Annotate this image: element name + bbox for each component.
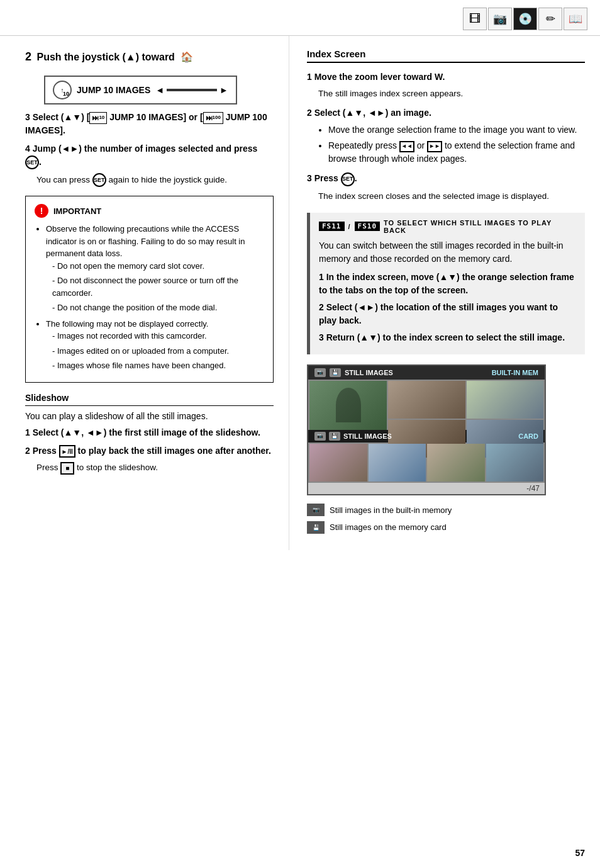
index-step2-body: Move the orange selection frame to the i… — [318, 123, 585, 166]
fs-title-text: TO SELECT WHICH STILL IMAGES TO PLAY BAC… — [384, 219, 576, 234]
disc-nav-icon[interactable]: 💿 — [513, 8, 537, 30]
fs-box-title: FS11 / FS10 TO SELECT WHICH STILL IMAGES… — [319, 219, 576, 234]
jump-progress-bar: ◄ ► — [155, 85, 228, 95]
ff-icon: ►► — [427, 141, 442, 152]
fs-step1: 1 In the index screen, move (▲▼) the ora… — [319, 271, 576, 297]
slideshow-step2: 2 Press ►/II to play back the still imag… — [25, 444, 274, 458]
index-step1: 1 Move the zoom lever toward W. — [307, 70, 585, 84]
legend-item-memory: 📷 Still images in the built-in memory — [307, 503, 585, 517]
pencil-nav-icon[interactable]: ✏ — [538, 8, 562, 30]
step4-block: 4 Jump (◄►) the number of images selecte… — [25, 142, 274, 169]
jump-circle-icon: ↑ 10 — [53, 81, 72, 99]
fs-selection-box: FS11 / FS10 TO SELECT WHICH STILL IMAGES… — [307, 213, 585, 354]
slideshow-intro: You can play a slideshow of all the stil… — [25, 411, 274, 421]
index-step2: 2 Select (▲▼, ◄►) an image. — [307, 106, 585, 120]
step2-heading: Push the joystick (▲) toward — [36, 52, 174, 62]
legend-card-icon: 💾 — [307, 521, 325, 534]
camera-nav-icon[interactable]: 📷 — [488, 8, 512, 30]
slideshow-step1-text: Select (▲▼, ◄►) the first still image of… — [33, 427, 260, 437]
thumb-8 — [486, 444, 544, 482]
still-top-label: STILL IMAGES — [345, 369, 393, 376]
set-icon-index: SET — [341, 172, 355, 186]
left-column: 2 Push the joystick (▲) toward 🏠 ↑ 10 JU… — [0, 36, 289, 550]
fs-step3: 3 Return (▲▼) to the index screen to sel… — [319, 331, 576, 344]
still-count: -/47 — [308, 483, 545, 494]
film-nav-icon[interactable]: 🎞 — [463, 8, 487, 30]
stop-icon: ■ — [60, 462, 74, 475]
still-images-screen: 📷 💾 STILL IMAGES BUILT-IN MEM — [307, 364, 546, 495]
step2-block: 2 Push the joystick (▲) toward 🏠 — [25, 48, 274, 65]
thumb-1 — [388, 381, 465, 419]
fs-body-text: You can switch between the still images … — [319, 239, 576, 266]
index-step3: 3 Press SET. — [307, 172, 585, 186]
still-icon-small2: 💾 — [330, 368, 341, 377]
index-step2-heading: Select (▲▼, ◄►) an image. — [314, 108, 431, 118]
thumb-6 — [369, 444, 426, 482]
legend: 📷 Still images in the built-in memory 💾 … — [307, 503, 585, 535]
thumb-7 — [427, 444, 485, 482]
slideshow-step1: 1 Select (▲▼, ◄►) the first still image … — [25, 426, 274, 439]
important-item-2: The following may not be displayed corre… — [46, 318, 264, 372]
fs-step2: 2 Select (◄►) the location of the still … — [319, 301, 576, 327]
fs-step3-text: Return (▲▼) to the index screen to selec… — [326, 332, 565, 342]
index-step1-heading: Move the zoom lever toward W. — [314, 72, 445, 82]
play-pause-icon: ►/II — [59, 445, 75, 458]
still-top-right: BUILT-IN MEM — [492, 369, 538, 376]
important-item-1: Observe the following precautions while … — [46, 223, 264, 314]
step4-sub: You can press SET again to hide the joys… — [36, 173, 274, 187]
rewind-icon: ◄◄ — [399, 141, 414, 152]
still-icon-small: 📷 — [314, 368, 326, 377]
slideshow-heading: Slideshow — [25, 393, 274, 406]
fs11-badge: FS11 — [319, 222, 345, 231]
still-inner-icon2: 💾 — [329, 432, 340, 441]
jump-label: JUMP 10 IMAGES — [77, 85, 150, 95]
legend-memory-icon: 📷 — [307, 504, 325, 516]
important-list: Observe the following precautions while … — [35, 223, 264, 372]
still-inner-label: STILL IMAGES — [343, 432, 392, 440]
still-inner-icon1: 📷 — [314, 432, 326, 441]
important-icon: ! — [35, 204, 48, 218]
main-content: 2 Push the joystick (▲) toward 🏠 ↑ 10 JU… — [0, 36, 600, 550]
legend-memory-text: Still images in the built-in memory — [330, 503, 452, 517]
book-nav-icon[interactable]: 📖 — [564, 8, 587, 30]
legend-card-text: Still images on the memory card — [330, 520, 447, 534]
still-inner-right: CARD — [518, 432, 538, 440]
set-icon-inline: SET — [92, 173, 106, 187]
legend-item-card: 💾 Still images on the memory card — [307, 520, 585, 534]
fs-step1-text: In the index screen, move (▲▼) the orang… — [319, 272, 574, 295]
index-screen-title: Index Screen — [307, 48, 585, 63]
set-icon: SET — [25, 155, 39, 169]
step3-text: Select (▲▼) [⏭10 JUMP 10 IMAGES] or [⏭10… — [25, 112, 267, 135]
still-large-thumb — [309, 381, 387, 430]
fs10-badge: FS10 — [355, 222, 381, 231]
right-column: Index Screen 1 Move the zoom lever towar… — [289, 36, 600, 550]
top-navigation: 🎞 📷 💿 ✏ 📖 — [0, 0, 600, 36]
still-top-bar: 📷 💾 STILL IMAGES BUILT-IN MEM — [308, 366, 545, 380]
jump-indicator: ↑ 10 JUMP 10 IMAGES ◄ ► — [44, 76, 237, 104]
slideshow-step2-sub: Press ■ to stop the slideshow. — [36, 461, 274, 474]
index-step3-sub: The index screen closes and the selected… — [318, 190, 585, 203]
important-box: ! IMPORTANT Observe the following precau… — [25, 196, 274, 383]
still-large-area — [308, 380, 545, 430]
step4-heading: Jump (◄►) the number of images selected … — [25, 144, 257, 167]
page-number: 57 — [575, 848, 585, 858]
thumb-5 — [309, 444, 367, 482]
important-title: ! IMPORTANT — [35, 204, 264, 218]
thumb-2 — [467, 381, 543, 419]
step3-block: 3 Select (▲▼) [⏭10 JUMP 10 IMAGES] or [⏭… — [25, 111, 274, 137]
fs-step2-text: Select (◄►) the location of the still im… — [319, 302, 558, 325]
index-step1-sub: The still images index screen appears. — [318, 87, 585, 100]
